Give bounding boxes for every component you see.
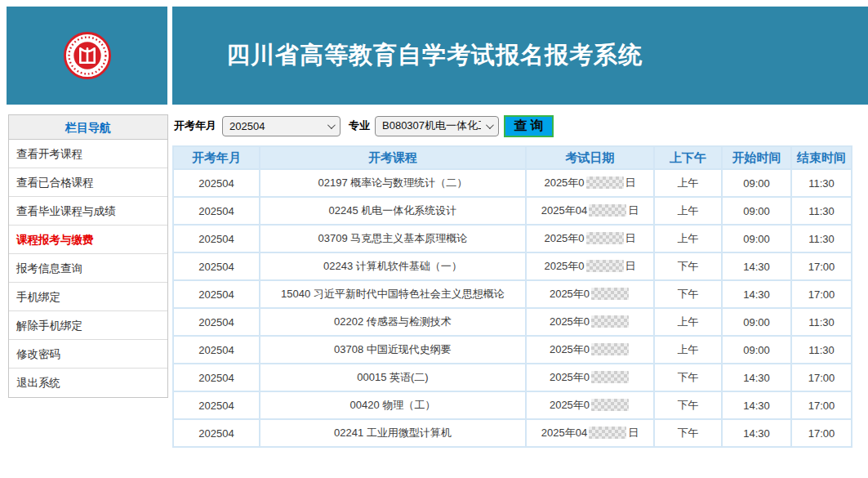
cell-end-time: 17:00 [792, 420, 851, 446]
sidebar-item[interactable]: 退出系统 [9, 369, 167, 397]
sidebar-item[interactable]: 报考信息查询 [9, 254, 167, 283]
table-row: 20250402197 概率论与数理统计（二）2025年0日上午09:0011:… [174, 170, 851, 196]
cell-start-time: 14:30 [723, 420, 790, 446]
cell-start-time: 09:00 [723, 337, 790, 363]
header-bar: 四川省高等教育自学考试报名报考系统 [172, 7, 868, 105]
cell-session: 下午 [655, 253, 721, 279]
cell-session: 上午 [655, 337, 721, 363]
major-label: 专业 [349, 118, 370, 133]
sidebar-item[interactable]: 查看开考课程 [9, 140, 167, 168]
censored-date-mosaic [591, 315, 629, 328]
year-month-value: 202504 [229, 120, 323, 132]
table-row: 20250403708 中国近现代史纲要2025年0上午09:0011:30 [174, 337, 851, 363]
cell-exam-date: 2025年0 [527, 364, 653, 391]
sidebar-item[interactable]: 课程报考与缴费 [9, 226, 167, 254]
filter-bar: 开考年月 202504 专业 B080307机电一体化工程 查 询 [174, 114, 554, 137]
cell-year-month: 202504 [174, 281, 259, 307]
course-table-container: 开考年月开考课程考试日期上下午开始时间结束时间 20250402197 概率论与… [172, 145, 851, 448]
sidebar-items: 查看开考课程查看已合格课程查看毕业课程与成绩课程报考与缴费报考信息查询手机绑定解… [9, 140, 167, 397]
censored-date-mosaic [586, 260, 624, 272]
table-row: 20250402202 传感器与检测技术2025年0上午09:0011:30 [174, 309, 851, 335]
cell-course: 15040 习近平新时代中国特色社会主义思想概论 [260, 281, 525, 307]
column-header: 结束时间 [792, 147, 851, 168]
censored-date-mosaic [586, 232, 624, 244]
cell-exam-date: 2025年0日 [527, 170, 653, 196]
sidebar-item[interactable]: 查看毕业课程与成绩 [9, 197, 167, 226]
cell-year-month: 202504 [174, 198, 259, 224]
cell-start-time: 09:00 [723, 170, 790, 196]
cell-exam-date: 2025年0 [527, 309, 653, 335]
cell-course: 03709 马克思主义基本原理概论 [260, 226, 525, 252]
search-button[interactable]: 查 询 [504, 115, 554, 137]
cell-start-time: 14:30 [723, 281, 790, 307]
cell-exam-date: 2025年0日 [527, 226, 653, 252]
table-header-row: 开考年月开考课程考试日期上下午开始时间结束时间 [174, 147, 851, 168]
cell-year-month: 202504 [174, 420, 259, 446]
cell-session: 上午 [655, 226, 721, 252]
sidebar-item[interactable]: 解除手机绑定 [9, 311, 167, 340]
cell-year-month: 202504 [174, 337, 259, 363]
cell-course: 02241 工业用微型计算机 [260, 420, 525, 446]
table-row: 20250415040 习近平新时代中国特色社会主义思想概论2025年0下午14… [174, 281, 851, 307]
cell-year-month: 202504 [174, 170, 259, 196]
cell-start-time: 09:00 [723, 198, 790, 224]
cell-year-month: 202504 [174, 309, 259, 335]
sidebar-item[interactable]: 修改密码 [9, 340, 167, 369]
cell-end-time: 17:00 [792, 364, 851, 391]
header-logo-panel [7, 7, 167, 105]
cell-end-time: 11:30 [792, 170, 851, 196]
sidebar-nav: 栏目导航 查看开考课程查看已合格课程查看毕业课程与成绩课程报考与缴费报考信息查询… [8, 114, 168, 398]
table-row: 20250400420 物理（工）2025年0下午14:3017:00 [174, 392, 851, 418]
cell-end-time: 11:30 [792, 337, 851, 363]
cell-end-time: 11:30 [792, 309, 851, 335]
censored-date-mosaic [591, 288, 629, 300]
censored-date-mosaic [591, 343, 629, 355]
censored-date-mosaic [591, 371, 629, 383]
year-month-select[interactable]: 202504 [222, 116, 341, 136]
cell-end-time: 11:30 [792, 198, 851, 224]
sidebar-item[interactable]: 查看已合格课程 [9, 168, 167, 197]
table-row: 20250402241 工业用微型计算机2025年04日下午14:3017:00 [174, 420, 851, 446]
table-body: 20250402197 概率论与数理统计（二）2025年0日上午09:0011:… [174, 170, 851, 446]
university-seal-logo [64, 32, 111, 79]
cell-end-time: 17:00 [792, 281, 851, 307]
cell-start-time: 14:30 [723, 253, 790, 279]
column-header: 开始时间 [723, 147, 790, 168]
cell-session: 下午 [655, 420, 721, 446]
cell-exam-date: 2025年04日 [527, 420, 653, 446]
column-header: 上下午 [655, 147, 721, 168]
column-header: 开考年月 [174, 147, 259, 168]
column-header: 考试日期 [527, 147, 653, 168]
cell-course: 02202 传感器与检测技术 [260, 309, 525, 335]
cell-start-time: 09:00 [723, 309, 790, 335]
cell-year-month: 202504 [174, 392, 259, 418]
major-select[interactable]: B080307机电一体化工程 [375, 116, 499, 136]
cell-start-time: 14:30 [723, 364, 790, 391]
cell-session: 下午 [655, 281, 721, 307]
sidebar-item[interactable]: 手机绑定 [9, 283, 167, 311]
cell-exam-date: 2025年0 [527, 392, 653, 418]
cell-year-month: 202504 [174, 226, 259, 252]
cell-year-month: 202504 [174, 253, 259, 279]
cell-exam-date: 2025年0日 [527, 253, 653, 279]
cell-course: 00420 物理（工） [260, 392, 525, 418]
censored-date-mosaic [591, 399, 629, 411]
major-value: B080307机电一体化工程 [382, 118, 481, 133]
censored-date-mosaic [586, 176, 624, 189]
cell-year-month: 202504 [174, 364, 259, 391]
cell-exam-date: 2025年0 [527, 281, 653, 307]
chevron-down-icon [486, 121, 494, 129]
cell-start-time: 09:00 [723, 226, 790, 252]
cell-end-time: 11:30 [792, 226, 851, 252]
course-table: 开考年月开考课程考试日期上下午开始时间结束时间 20250402197 概率论与… [172, 145, 852, 448]
cell-course: 02245 机电一体化系统设计 [260, 198, 525, 224]
year-month-label: 开考年月 [174, 118, 216, 133]
table-row: 20250403709 马克思主义基本原理概论2025年0日上午09:0011:… [174, 226, 851, 252]
cell-session: 下午 [655, 364, 721, 391]
cell-session: 上午 [655, 198, 721, 224]
cell-session: 上午 [655, 309, 721, 335]
cell-course: 00015 英语(二) [260, 364, 525, 391]
table-row: 20250402243 计算机软件基础（一）2025年0日下午14:3017:0… [174, 253, 851, 279]
censored-date-mosaic [589, 427, 626, 439]
page-title: 四川省高等教育自学考试报名报考系统 [172, 39, 643, 72]
